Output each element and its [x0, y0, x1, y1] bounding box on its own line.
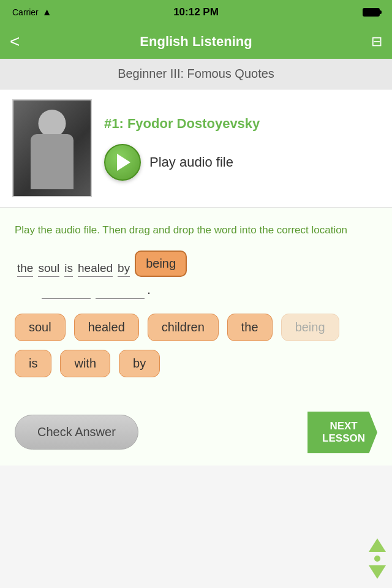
scroll-down-icon[interactable]: [369, 565, 386, 579]
word-chip-healed[interactable]: healed: [74, 314, 139, 341]
bookmark-icon[interactable]: ⊟: [371, 34, 382, 50]
play-label: Play audio file: [149, 154, 233, 170]
content-area: #1: Fyodor Dostoyevsky Play audio file: [0, 89, 392, 208]
play-button[interactable]: [104, 144, 141, 181]
sub-header-text: Beginner III: Fomous Quotes: [118, 67, 274, 81]
status-bar: Carrier ▲ 10:12 PM: [0, 0, 392, 24]
sentence-line1: the soul is healed by: [15, 251, 377, 277]
word-chip-being[interactable]: being: [281, 314, 339, 341]
play-triangle-icon: [117, 154, 130, 171]
battery-icon: [363, 8, 380, 17]
dropped-chip-being[interactable]: being: [132, 251, 189, 277]
next-lesson-button[interactable]: NEXTLESSON: [307, 412, 377, 454]
battery-container: [363, 8, 380, 17]
carrier-label: Carrier: [12, 7, 39, 17]
word-slot-soul: soul: [38, 262, 59, 277]
author-number: #1:: [104, 116, 124, 131]
author-name: #1: Fyodor Dostoyevsky: [104, 116, 260, 132]
word-chip-soul[interactable]: soul: [15, 314, 66, 341]
check-answer-button[interactable]: Check Answer: [15, 415, 138, 450]
nav-title: English Listening: [140, 34, 252, 50]
sub-header: Beginner III: Fomous Quotes: [0, 59, 392, 89]
word-chip-children[interactable]: children: [148, 314, 219, 341]
period: .: [147, 282, 151, 299]
word-bank: soul healed children the being is with b…: [15, 314, 377, 377]
word-slot-by: by: [118, 262, 130, 277]
instruction-text: Play the audio file. Then drag and drop …: [15, 222, 377, 238]
word-slot-the: the: [17, 262, 33, 277]
author-section: #1: Fyodor Dostoyevsky Play audio file: [0, 89, 392, 208]
exercise-section: Play the audio file. Then drag and drop …: [0, 208, 392, 405]
word-chip-with[interactable]: with: [60, 350, 110, 377]
carrier-wifi: Carrier ▲: [12, 7, 52, 18]
word-chip-the[interactable]: the: [227, 314, 273, 341]
nav-bar: < English Listening ⊟: [0, 24, 392, 59]
word-chip-by[interactable]: by: [119, 350, 160, 377]
scroll-up-icon[interactable]: [369, 538, 386, 552]
author-photo-placeholder: [13, 100, 91, 196]
next-label: NEXTLESSON: [322, 420, 365, 445]
sentence-line2: ______ ______ .: [39, 282, 377, 299]
back-button[interactable]: <: [10, 32, 20, 51]
wifi-icon: ▲: [42, 7, 52, 18]
status-time: 10:12 PM: [173, 6, 219, 18]
author-photo: [12, 99, 92, 197]
word-slot-is: is: [64, 262, 73, 277]
buttons-row: Check Answer NEXTLESSON: [0, 405, 392, 466]
sentence-area: the soul is healed by: [15, 251, 377, 299]
play-section: Play audio file: [104, 144, 260, 181]
word-chip-is[interactable]: is: [15, 350, 51, 377]
word-slot-healed: healed: [78, 262, 113, 277]
blank-slot-1[interactable]: ______: [42, 284, 91, 299]
scroll-indicator[interactable]: [369, 538, 386, 579]
blank-slot-2[interactable]: ______: [96, 284, 145, 299]
author-right: #1: Fyodor Dostoyevsky Play audio file: [92, 116, 260, 181]
scroll-dot: [374, 556, 380, 562]
author-full-name: Fyodor Dostoyevsky: [127, 116, 260, 131]
